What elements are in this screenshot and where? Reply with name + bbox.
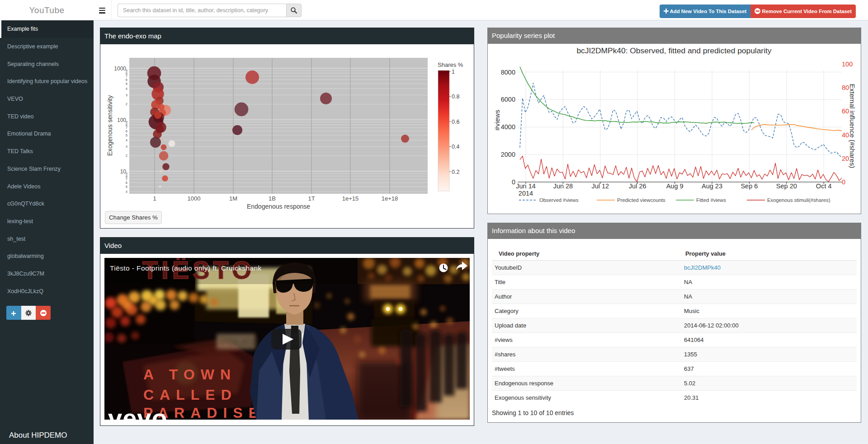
svg-text:External influence (#shares): External influence (#shares) (849, 84, 856, 168)
svg-text:Jul 26: Jul 26 (629, 182, 646, 190)
svg-text:Endogenous response: Endogenous response (247, 203, 310, 210)
svg-text:A TOWN: A TOWN (143, 366, 236, 383)
svg-text:0.4: 0.4 (452, 144, 459, 150)
svg-text:Jul 12: Jul 12 (591, 182, 609, 190)
svg-text:CALLED: CALLED (143, 387, 237, 403)
svg-text:#views: #views (493, 110, 501, 131)
svg-text:80: 80 (842, 84, 849, 91)
svg-text:1: 1 (153, 195, 156, 202)
svg-text:1M: 1M (229, 195, 237, 202)
svg-text:0.8: 0.8 (452, 93, 459, 100)
svg-text:Predicted viewcounts: Predicted viewcounts (617, 197, 665, 203)
svg-text:0: 0 (842, 178, 845, 186)
svg-text:Sep 6: Sep 6 (741, 182, 758, 190)
svg-text:100: 100 (842, 61, 853, 68)
svg-text:100: 100 (117, 117, 126, 123)
svg-text:Aug 9: Aug 9 (666, 182, 684, 190)
svg-text:vevo: vevo (108, 404, 168, 420)
svg-text:Oct 4: Oct 4 (816, 182, 832, 190)
svg-text:Jun 28: Jun 28 (553, 182, 573, 190)
svg-text:POLICE: POLICE (220, 336, 259, 348)
svg-text:20: 20 (842, 155, 849, 162)
svg-text:Tiësto - Footprints (audio onl: Tiësto - Footprints (audio only) ft. Cru… (110, 264, 262, 272)
svg-text:bcJI2DMPk40: Observed, fitted: bcJI2DMPk40: Observed, fitted and predic… (576, 46, 771, 55)
svg-text:4: 4 (126, 138, 127, 142)
svg-text:1e+18: 1e+18 (382, 195, 398, 202)
svg-text:8000: 8000 (501, 69, 515, 76)
svg-text:4000: 4000 (501, 123, 515, 131)
svg-text:1: 1 (452, 69, 455, 75)
svg-text:4: 4 (126, 190, 127, 194)
svg-text:1000: 1000 (188, 195, 201, 202)
svg-text:3: 3 (126, 93, 127, 97)
svg-text:6: 6 (126, 129, 127, 133)
svg-text:Exogenous sensitivity: Exogenous sensitivity (106, 95, 113, 156)
svg-text:0.2: 0.2 (452, 169, 459, 175)
svg-text:5: 5 (126, 185, 127, 189)
svg-text:Aug 23: Aug 23 (702, 182, 722, 190)
svg-text:3: 3 (126, 145, 127, 149)
svg-text:2000: 2000 (501, 151, 515, 158)
svg-text:Exogenous stimuli(#shares): Exogenous stimuli(#shares) (767, 197, 830, 203)
svg-text:Shares %: Shares % (438, 61, 463, 68)
svg-text:60: 60 (842, 107, 849, 115)
svg-text:Sep 20: Sep 20 (776, 182, 797, 190)
svg-text:Fitted #views: Fitted #views (696, 197, 726, 203)
svg-text:6000: 6000 (501, 96, 515, 103)
svg-text:6: 6 (126, 78, 127, 82)
svg-text:1e+15: 1e+15 (342, 195, 359, 202)
svg-text:2: 2 (126, 102, 127, 106)
svg-text:40: 40 (842, 131, 849, 139)
svg-text:0: 0 (512, 178, 515, 186)
svg-text:6: 6 (126, 181, 127, 185)
svg-text:5: 5 (126, 82, 127, 86)
svg-text:1B: 1B (269, 195, 276, 202)
svg-text:1T: 1T (308, 195, 315, 202)
svg-text:4: 4 (126, 87, 127, 91)
svg-text:2014: 2014 (519, 190, 533, 197)
svg-text:Jun 14: Jun 14 (516, 182, 536, 190)
svg-text:1000: 1000 (114, 65, 126, 72)
svg-text:Observed #views: Observed #views (539, 197, 579, 203)
svg-text:0.6: 0.6 (452, 119, 459, 125)
svg-text:5: 5 (126, 133, 127, 137)
svg-text:2: 2 (126, 154, 127, 158)
